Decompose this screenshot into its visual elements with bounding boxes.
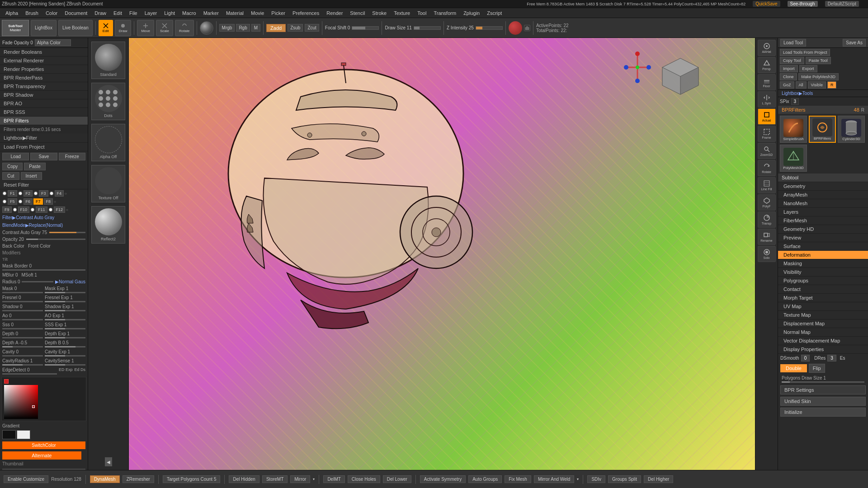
live-boolean-btn[interactable]: Live Boolean [58,20,93,36]
filter-texture-off[interactable]: Texture Off [91,165,125,202]
filter-alpha-off[interactable]: Alpha Off [91,124,125,161]
bprfilters-r-btn[interactable]: R [861,108,864,113]
arraymesh-item[interactable]: ArrayMesh [778,191,868,199]
menu-picker[interactable]: Picker [268,9,289,17]
reset-filter-item[interactable]: Reset Filter [0,181,88,189]
filter-value[interactable]: Contrast Auto Gray [16,215,54,220]
visible-btn[interactable]: Visible [808,81,826,89]
persp-btn[interactable]: Persp [758,57,776,73]
f7-btn[interactable]: F7 [33,198,43,205]
filter-nav-arrow[interactable]: ◀ [105,457,112,466]
menu-preferences[interactable]: Preferences [289,9,323,17]
flip-btn[interactable]: Flip [809,364,825,373]
r-btn[interactable]: R [827,81,837,89]
insert-btn[interactable]: Insert [21,172,42,180]
load-tool-btn[interactable]: Load Tool [780,39,806,47]
f2-btn[interactable]: F2 [24,190,33,197]
polyf-btn[interactable]: PolyF [758,194,776,211]
del-higher-btn[interactable]: Del Higher [644,475,673,483]
mrgb-btn[interactable]: Mrgb [219,24,235,32]
geometry-hd-item[interactable]: Geometry HD [778,225,868,234]
visibility-item[interactable]: Visibility [778,268,868,277]
goz-btn[interactable]: GoZ [780,81,794,89]
bprfilters-thumb[interactable]: BPRFilters [809,116,836,143]
f12-btn[interactable]: F12 [54,206,66,213]
fkey-r4[interactable] [50,192,53,195]
f6-btn[interactable]: F6 [24,198,33,205]
uv-map-item[interactable]: UV Map [778,302,868,311]
lsym-btn[interactable]: L.Sym [758,91,776,108]
rgb-btn[interactable]: Rgb [236,24,250,32]
menu-layer[interactable]: Layer [141,9,161,17]
import-btn[interactable]: Import [780,65,798,72]
load-from-project-item[interactable]: Load From Project [0,143,88,151]
menu-light[interactable]: Light [160,9,179,17]
fix-mesh-btn[interactable]: Fix Mesh [505,475,531,483]
freeze-btn[interactable]: Freeze [59,153,85,160]
menu-zscript[interactable]: Zscript [483,9,505,17]
masking-item[interactable]: Masking [778,259,868,268]
menu-brush[interactable]: Brush [22,9,42,17]
menu-edit[interactable]: Edit [110,9,126,17]
unified-skin-btn[interactable]: Unified Skin [780,397,866,406]
nav-cube-3d[interactable] [660,56,701,97]
mirror-btn[interactable]: Mirror [290,475,310,483]
export-btn[interactable]: Export [799,65,817,72]
zcut-btn[interactable]: Zcut [305,24,319,32]
f8-btn[interactable]: F8 [44,198,53,205]
frame-btn[interactable]: Frame [758,126,776,142]
render-booleans-item[interactable]: Render Booleans [0,48,88,56]
fkey-r6[interactable] [19,200,22,203]
surface-item[interactable]: Surface [778,242,868,251]
auto-groups-btn[interactable]: Auto Groups [468,475,502,483]
paste-btn[interactable]: Paste [24,163,46,170]
f1-btn[interactable]: F1 [8,190,17,197]
save-as-btn[interactable]: Save As [843,39,866,47]
lightbox-filter-item[interactable]: Lightbox▶Filter [0,134,88,143]
blend-value[interactable]: Replace(Normal) [29,223,63,228]
filter-reflect2[interactable]: Reflect2 [91,206,125,244]
layers-item[interactable]: Layers [778,208,868,216]
paste-tool-btn[interactable]: Paste Tool [806,57,831,64]
quicksave-btn[interactable]: QuickSave [753,1,780,7]
rotate-icon-btn[interactable]: Rotate [758,160,776,176]
displacement-map-item[interactable]: Displacement Map [778,319,868,328]
f10-btn[interactable]: F10 [18,206,30,213]
deformation-item[interactable]: Deformation [778,251,868,259]
bpr-sss-item[interactable]: BPR SSS [0,108,88,117]
polygroups-item[interactable]: Polygroups [778,277,868,285]
subtool-master-btn[interactable]: SubTool Master [2,20,29,36]
fkey-r5[interactable] [3,200,6,203]
rename-btn[interactable]: Rename [758,229,776,245]
canvas-area[interactable] [129,38,755,470]
morph-target-item[interactable]: Morph Target [778,294,868,302]
double-btn[interactable]: Double [780,364,807,372]
copy-btn[interactable]: Copy [2,163,23,170]
close-holes-btn[interactable]: Close Holes [348,475,380,483]
save-btn[interactable]: Save [30,153,57,160]
clone-btn[interactable]: Clone [780,73,797,80]
alpha-color-input[interactable] [35,39,71,46]
menu-stencil[interactable]: Stencil [346,9,368,17]
copy-tool-btn[interactable]: Copy Tool [780,57,804,64]
bpr-transparency-item[interactable]: BPR Transparency [0,82,88,91]
simple-brush-thumb[interactable]: SimpleBrush [780,116,807,143]
fkey-r2[interactable] [19,192,22,195]
menu-texture[interactable]: Texture [390,9,414,17]
black-swatch[interactable] [2,430,16,439]
storemt-btn[interactable]: StoreMT [262,475,288,483]
lightbox-btn[interactable]: LightBox [31,20,57,36]
solo-btn[interactable]: Solo [758,246,776,262]
groups-split-btn[interactable]: Groups Split [608,475,641,483]
enable-customize-btn[interactable]: Enable Customize [4,475,48,483]
render-properties-item[interactable]: Render Properties [0,65,88,74]
f3-btn[interactable]: F3 [39,190,48,197]
nav-cube-small[interactable] [524,25,530,31]
zoomsd-btn[interactable]: ZoomSD [758,143,776,159]
f5-btn[interactable]: F5 [8,198,17,205]
transp-btn[interactable]: Transp [758,211,776,228]
menu-color[interactable]: Color [42,9,61,17]
all-btn[interactable]: All [796,81,807,89]
fkey-r12[interactable] [49,208,52,211]
spix-value[interactable]: 3 [791,98,799,105]
